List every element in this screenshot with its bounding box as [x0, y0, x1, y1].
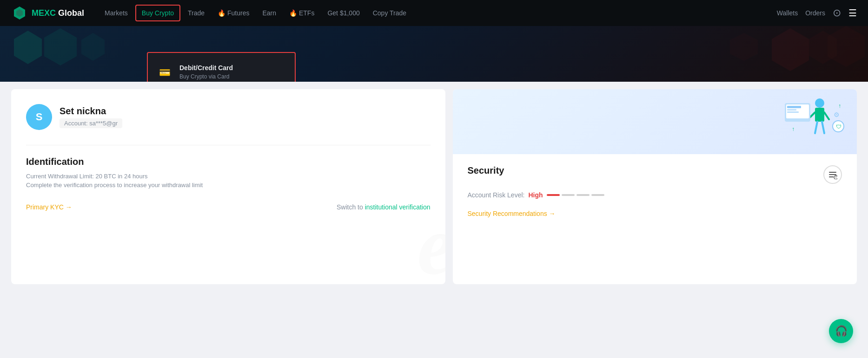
svg-rect-18 [787, 109, 796, 111]
svg-marker-8 [730, 33, 758, 61]
security-title: Security [468, 165, 504, 176]
logo-suffix: Global [56, 8, 84, 18]
svg-point-9 [815, 98, 824, 108]
svg-marker-29 [835, 176, 837, 178]
profile-name: Set nickna [60, 106, 122, 117]
switch-verification-link[interactable]: Switch to institutional verification [337, 203, 431, 211]
profile-section: S Set nickna Account: sa***5@gr [26, 104, 431, 130]
profile-account: Account: sa***5@gr [60, 118, 122, 128]
svg-line-14 [822, 122, 824, 133]
wallets-link[interactable]: Wallets [777, 9, 798, 17]
logo[interactable]: MEXC Global [11, 5, 84, 21]
svg-text:🛡: 🛡 [836, 124, 841, 130]
hero-section: 💳 Debit/Credit Card Buy Crypto via Card … [0, 26, 868, 82]
identification-title: Identification [26, 156, 431, 167]
nav-item-markets[interactable]: Markets [99, 6, 133, 20]
switch-text-prefix: Switch to [337, 203, 365, 211]
debit-card-icon: 💳 [157, 65, 172, 80]
security-header: Security [468, 165, 842, 184]
nav-item-futures[interactable]: 🔥 Futures [212, 6, 255, 20]
svg-marker-5 [772, 28, 809, 71]
svg-rect-25 [829, 172, 836, 173]
svg-rect-17 [787, 106, 801, 108]
svg-rect-27 [829, 176, 834, 177]
identification-actions: Primary KYC → Switch to institutional ve… [26, 203, 431, 211]
security-recommendations-link[interactable]: Security Recommendations → [468, 210, 556, 217]
svg-rect-10 [815, 108, 824, 122]
risk-bars [547, 194, 604, 196]
nav-item-buy-crypto[interactable]: Buy Crypto [135, 5, 180, 21]
svg-line-13 [815, 122, 817, 133]
dropdown-item-debit-card[interactable]: 💳 Debit/Credit Card Buy Crypto via Card [148, 57, 295, 82]
navbar: MEXC Global Markets Buy Crypto Trade 🔥 F… [0, 0, 868, 26]
debit-card-title: Debit/Credit Card [179, 64, 233, 72]
risk-label: Account Risk Level: [468, 191, 525, 199]
right-panel-illustration: ↑ ↑ 🛡 ⚙ [453, 89, 857, 154]
buy-crypto-dropdown: 💳 Debit/Credit Card Buy Crypto via Card … [147, 52, 296, 82]
risk-value: High [528, 191, 543, 199]
orders-link[interactable]: Orders [805, 9, 825, 17]
security-list-icon [828, 170, 837, 179]
risk-level-row: Account Risk Level: High [468, 191, 842, 199]
user-icon[interactable]: ⊙ [833, 7, 841, 19]
svg-text:⚙: ⚙ [834, 111, 840, 118]
right-panel: ↑ ↑ 🛡 ⚙ Security [453, 89, 857, 284]
hamburger-icon[interactable]: ☰ [848, 7, 857, 19]
logo-brand: MEXC [32, 8, 56, 18]
identification-section: Identification Current Withdrawal Limit:… [26, 145, 431, 211]
dropdown-debit-card-text: Debit/Credit Card Buy Crypto via Card [179, 64, 233, 80]
nav-item-earn[interactable]: Earn [257, 6, 282, 20]
svg-marker-7 [828, 26, 865, 67]
withdrawal-limit-text: Current Withdrawal Limit: 20 BTC in 24 h… [26, 173, 431, 180]
nav-links: Markets Buy Crypto Trade 🔥 Futures Earn … [99, 5, 777, 21]
avatar: S [26, 104, 52, 130]
svg-text:↑: ↑ [838, 103, 841, 109]
profile-info: Set nickna Account: sa***5@gr [60, 106, 122, 128]
svg-line-12 [824, 112, 829, 119]
svg-marker-2 [14, 31, 42, 64]
verification-desc: Complete the verification process to inc… [26, 182, 431, 189]
security-illustration: ↑ ↑ 🛡 ⚙ [782, 94, 848, 145]
hero-bg [0, 26, 868, 82]
nav-item-copy-trade[interactable]: Copy Trade [367, 6, 412, 20]
risk-bar-4 [591, 194, 604, 196]
risk-bar-2 [562, 194, 575, 196]
security-section: Security Account Risk Level: High [453, 154, 857, 228]
risk-bar-1 [547, 194, 560, 196]
left-panel: S Set nickna Account: sa***5@gr Identifi… [11, 89, 445, 284]
svg-marker-3 [44, 28, 77, 65]
mexc-logo-icon [11, 5, 28, 21]
main-content: S Set nickna Account: sa***5@gr Identifi… [0, 82, 868, 292]
svg-rect-26 [829, 174, 836, 175]
nav-item-get-1000[interactable]: Get $1,000 [322, 6, 365, 20]
primary-kyc-link[interactable]: Primary KYC → [26, 203, 72, 211]
nav-right: Wallets Orders ⊙ ☰ [777, 7, 857, 19]
debit-card-subtitle: Buy Crypto via Card [179, 73, 233, 80]
security-details-btn[interactable] [823, 165, 842, 184]
switch-text-link: institutional verification [365, 203, 431, 211]
nav-item-trade[interactable]: Trade [182, 6, 210, 20]
nav-item-etfs[interactable]: 🔥 ETFs [284, 6, 320, 20]
risk-bar-3 [576, 194, 590, 196]
svg-rect-19 [787, 111, 799, 113]
security-actions: Security Recommendations → [468, 210, 842, 217]
svg-marker-4 [81, 33, 105, 61]
svg-text:↑: ↑ [792, 126, 795, 132]
logo-text: MEXC Global [32, 8, 84, 18]
